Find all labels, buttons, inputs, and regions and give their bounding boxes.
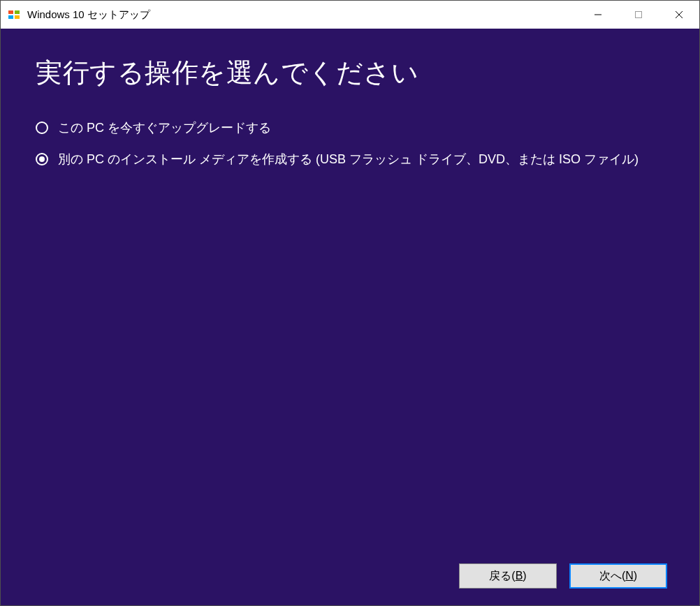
svg-rect-0: [8, 10, 13, 14]
back-button[interactable]: 戻る(B): [459, 563, 557, 589]
close-button[interactable]: [659, 1, 699, 29]
titlebar: Windows 10 セットアップ: [1, 1, 699, 29]
option-upgrade-this-pc[interactable]: この PC を今すぐアップグレードする: [36, 119, 664, 137]
app-icon: [8, 8, 20, 21]
page-title: 実行する操作を選んでください: [36, 57, 664, 90]
radio-icon: [36, 153, 48, 165]
radio-icon: [36, 121, 48, 134]
svg-rect-5: [636, 12, 642, 18]
footer-buttons: 戻る(B) 次へ(N): [459, 563, 667, 589]
next-button[interactable]: 次へ(N): [569, 563, 667, 589]
setup-window: Windows 10 セットアップ 実行する操作を選んでください この PC を…: [0, 0, 700, 606]
radio-selected-dot: [39, 156, 45, 162]
option-label: 別の PC のインストール メディアを作成する (USB フラッシュ ドライブ、…: [58, 151, 639, 168]
window-controls: [578, 1, 699, 29]
option-group: この PC を今すぐアップグレードする 別の PC のインストール メディアを作…: [36, 119, 664, 168]
svg-rect-3: [15, 15, 20, 19]
option-label: この PC を今すぐアップグレードする: [58, 119, 271, 137]
maximize-button[interactable]: [618, 1, 659, 29]
minimize-button[interactable]: [578, 1, 618, 29]
content-area: 実行する操作を選んでください この PC を今すぐアップグレードする 別の PC…: [1, 29, 699, 605]
svg-rect-2: [8, 15, 13, 19]
window-title: Windows 10 セットアップ: [27, 8, 150, 22]
option-create-media[interactable]: 別の PC のインストール メディアを作成する (USB フラッシュ ドライブ、…: [36, 151, 664, 168]
svg-rect-1: [15, 10, 20, 14]
